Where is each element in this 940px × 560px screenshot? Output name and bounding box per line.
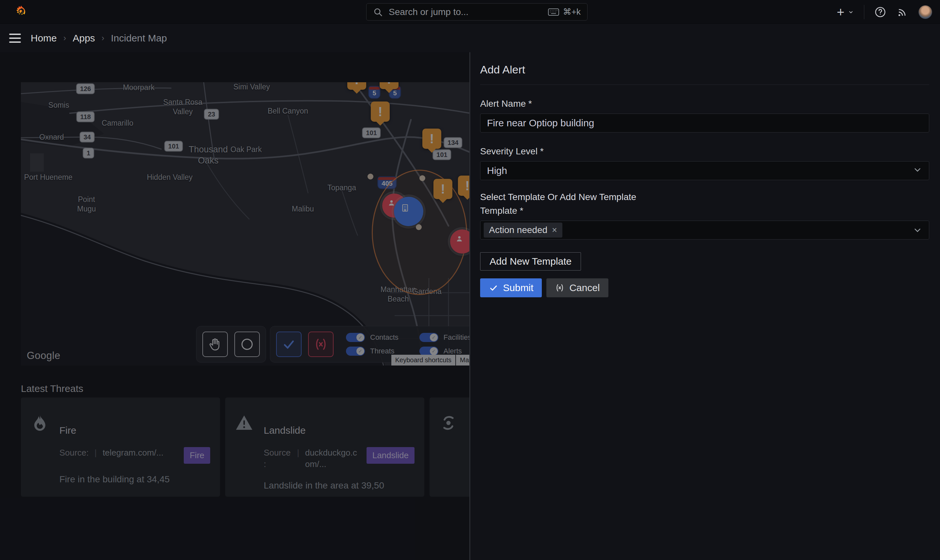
threat-card-fire[interactable]: Fire Source: | telegram.com/... Fire Fir… xyxy=(21,397,220,497)
source-link[interactable]: duckduckgo.com/... xyxy=(305,447,361,470)
search-input[interactable]: Search or jump to... ⌘+k xyxy=(366,3,588,20)
warning-pin[interactable]: ! xyxy=(371,102,390,122)
google-watermark: Google xyxy=(27,350,60,362)
toggle-alerts[interactable]: Alerts xyxy=(419,346,470,356)
toggle-contacts[interactable]: Contacts xyxy=(346,333,398,342)
template-section-label: Select Template Or Add New Template xyxy=(480,192,929,202)
search-placeholder: Search or jump to... xyxy=(389,7,468,17)
help-button[interactable] xyxy=(874,6,886,18)
meta-divider: | xyxy=(95,447,97,458)
exclamation-icon: ! xyxy=(441,182,445,197)
keyboard-shortcuts-link[interactable]: Keyboard shortcuts xyxy=(391,355,455,366)
alert-name-label: Alert Name * xyxy=(480,98,929,109)
toggle-label: Facilities xyxy=(443,333,470,342)
warning-pin[interactable]: ! xyxy=(458,175,470,196)
rss-icon xyxy=(896,6,909,18)
top-actions: + xyxy=(837,0,932,24)
latest-threats-heading: Latest Threats xyxy=(21,383,83,394)
circle-icon xyxy=(240,337,254,351)
exclamation-icon: ! xyxy=(429,132,434,146)
drawer-title: Add Alert xyxy=(480,63,929,76)
map-tool-group xyxy=(196,326,266,363)
exclamation-icon: ! xyxy=(378,105,382,119)
hurricane-icon xyxy=(439,414,458,485)
toggle-facilities[interactable]: Facilities xyxy=(419,333,470,342)
submit-label: Submit xyxy=(503,282,533,293)
fire-icon xyxy=(31,414,49,485)
warning-pin[interactable]: ! xyxy=(422,129,441,149)
severity-select[interactable]: High xyxy=(480,161,929,180)
help-icon xyxy=(874,6,886,18)
threat-description: Fire in the building at 34,45 xyxy=(59,472,203,487)
pan-tool-button[interactable] xyxy=(202,332,228,357)
drawer-resize-handle[interactable] xyxy=(469,52,470,560)
top-bar: Search or jump to... ⌘+k + xyxy=(0,0,940,24)
circle-draw-button[interactable] xyxy=(234,332,260,357)
threat-type-badge: Fire xyxy=(184,447,210,464)
warning-pin[interactable]: ! xyxy=(434,179,452,199)
map-footer: Keyboard shortcuts Map xyxy=(391,355,470,366)
add-menu-button[interactable]: + xyxy=(837,6,854,18)
exclamation-icon: ! xyxy=(387,82,391,86)
template-select[interactable]: Action needed × xyxy=(480,221,929,240)
warning-icon xyxy=(235,414,253,485)
incident-map[interactable]: SomisMoorparkSimi ValleySanta Rosa Valle… xyxy=(21,82,470,366)
remove-tag-icon[interactable]: × xyxy=(552,225,557,235)
card-content: Fire Source: | telegram.com/... Fire Fir… xyxy=(59,409,210,485)
meta-divider: | xyxy=(297,447,299,458)
search-icon xyxy=(373,7,383,17)
template-tag: Action needed × xyxy=(484,223,562,238)
cancel-button[interactable]: Cancel xyxy=(546,278,608,297)
source-label: Source: xyxy=(264,447,291,470)
keyboard-icon xyxy=(548,8,559,16)
map-pins-layer: !!!!!! xyxy=(21,82,470,366)
drawer-divider xyxy=(480,85,929,85)
cancel-x-icon xyxy=(314,337,328,351)
cancel-label: Cancel xyxy=(569,282,600,293)
severity-label: Severity Level * xyxy=(480,146,929,157)
chevron-down-icon xyxy=(848,9,854,15)
user-avatar[interactable] xyxy=(918,5,932,19)
cancel-selection-button[interactable] xyxy=(308,332,334,357)
toggle-label: Contacts xyxy=(370,333,398,342)
breadcrumb-home[interactable]: Home xyxy=(31,32,57,44)
toggle-switch xyxy=(419,346,438,356)
grafana-logo-icon[interactable] xyxy=(14,5,28,18)
check-icon xyxy=(282,337,296,351)
breadcrumb-apps[interactable]: Apps xyxy=(73,32,95,44)
plus-icon: + xyxy=(837,6,845,18)
search-shortcut-hint: ⌘+k xyxy=(548,7,581,17)
breadcrumb-separator: › xyxy=(63,33,66,43)
toggle-switch xyxy=(419,333,438,342)
threat-card-hurricane[interactable] xyxy=(429,397,470,497)
toggle-switch xyxy=(346,333,365,342)
confirm-selection-button[interactable] xyxy=(276,332,302,357)
warning-pin[interactable]: ! xyxy=(347,82,366,90)
template-tag-label: Action needed xyxy=(489,225,547,235)
severity-value: High xyxy=(487,165,507,176)
menu-icon[interactable] xyxy=(9,34,21,43)
add-new-template-button[interactable]: Add New Template xyxy=(480,252,581,271)
warning-pin[interactable]: ! xyxy=(380,82,398,89)
source-link[interactable]: telegram.com/... xyxy=(103,447,163,458)
hand-icon xyxy=(208,337,222,351)
chevron-down-icon xyxy=(912,165,922,177)
threat-cards: Fire Source: | telegram.com/... Fire Fir… xyxy=(21,397,470,497)
threat-title: Fire xyxy=(59,425,210,436)
source-label: Source: xyxy=(59,447,89,458)
cancel-brackets-icon xyxy=(555,283,565,293)
card-content: Landslide Source: | duckduckgo.com/... L… xyxy=(264,409,414,485)
incident-map-workspace: SomisMoorparkSimi ValleySanta Rosa Valle… xyxy=(0,52,470,560)
alert-name-input[interactable]: Fire near Optiop building xyxy=(480,114,929,132)
toggle-switch xyxy=(346,346,365,356)
toggle-threats[interactable]: Threats xyxy=(346,346,398,356)
toggle-label: Threats xyxy=(370,347,395,355)
form-actions: Submit Cancel xyxy=(480,278,929,297)
threat-description: Landslide in the area at 39,50 xyxy=(264,478,407,493)
map-data-link[interactable]: Map xyxy=(456,355,470,366)
breadcrumb-separator: › xyxy=(102,33,105,43)
news-button[interactable] xyxy=(896,6,909,18)
submit-button[interactable]: Submit xyxy=(480,278,542,297)
threat-card-landslide[interactable]: Landslide Source: | duckduckgo.com/... L… xyxy=(225,397,424,497)
check-icon xyxy=(489,283,498,293)
